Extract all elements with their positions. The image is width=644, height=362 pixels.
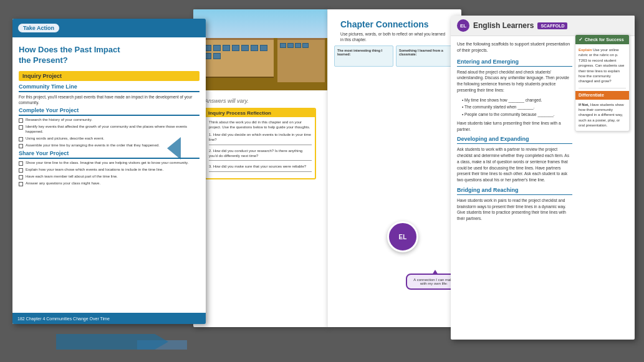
developing-text: Ask students to work with a partner to r… xyxy=(457,146,572,183)
differentiate-header: Differentiate xyxy=(575,91,629,100)
building-photo xyxy=(193,9,327,90)
checkbox-7[interactable] xyxy=(19,175,23,179)
entering-emerging-title: Entering and Emerging xyxy=(457,59,572,67)
take-action-badge: Take Action xyxy=(17,23,60,33)
bullet-2: The community started when _______. xyxy=(462,104,572,110)
right-teacher-page: EL English Learners SCAFFOLD Use the fol… xyxy=(451,16,635,340)
english-learners-title: English Learners xyxy=(473,21,534,30)
page-number: 182 Chapter 4 Communities Change Over Ti… xyxy=(17,317,110,321)
answer-line-2 xyxy=(209,160,312,161)
el-header-bar: EL English Learners SCAFFOLD xyxy=(451,16,635,36)
building-image xyxy=(193,9,327,90)
share-item-3: Have each team member tell about part of… xyxy=(19,174,199,179)
developing-title: Developing and Expanding xyxy=(457,136,572,144)
mid-left-page: Answers will vary. Inquiry Process Refle… xyxy=(193,9,327,327)
entering-text: Read aloud the project checklist and che… xyxy=(457,69,572,93)
community-timeline-text: For this project, you'll research past e… xyxy=(19,94,199,105)
teacher-page-body: Use the following scaffolds to support s… xyxy=(451,36,635,231)
share-item-2: Explain how your team chose which events… xyxy=(19,168,199,173)
inquiry-intro: Think about the work you did in this cha… xyxy=(209,120,312,130)
checkbox-3[interactable] xyxy=(19,137,23,141)
checkbox-8[interactable] xyxy=(19,182,23,186)
check-success-box: ✓ Check for Success Explain Use your onl… xyxy=(575,34,630,131)
chapter-connections-title: Chapter Connections xyxy=(334,14,455,31)
complete-project-title: Complete Your Project xyxy=(19,107,199,116)
check-success-sidebar: ✓ Check for Success Explain Use your onl… xyxy=(579,36,635,231)
question-1: 1. How did you decide on which events to… xyxy=(209,132,312,143)
community-timeline-title: Community Time Line xyxy=(19,83,199,92)
answer-line-3 xyxy=(209,171,312,172)
inquiry-process-title: Inquiry Process Reflection xyxy=(206,109,315,117)
box1-label: The most interesting thing I learned: xyxy=(337,49,390,56)
checkbox-2[interactable] xyxy=(19,125,23,130)
el-icon: EL xyxy=(457,19,469,32)
share-item-1: Show your time line to the class. Imagin… xyxy=(19,161,199,166)
page-container: Take Action How Does the Past Impact the… xyxy=(0,0,644,362)
checkbox-5[interactable] xyxy=(19,161,23,166)
chapter-connections-desc: Use pictures, words, or both to reflect … xyxy=(334,31,455,42)
question-2: 2. How did you conduct your research? Is… xyxy=(209,148,312,159)
checkmark-icon: ✓ xyxy=(579,37,583,42)
connection-box-1: The most interesting thing I learned: xyxy=(334,45,393,67)
bullet-3: People came to the community because ___… xyxy=(462,112,572,118)
complete-item-2: Identify key events that affected the gr… xyxy=(19,125,199,135)
mid-left-content: Answers will vary. Inquiry Process Refle… xyxy=(193,90,327,186)
checkbox-1[interactable] xyxy=(19,118,23,123)
scaffold-badge: SCAFFOLD xyxy=(537,22,567,29)
explain-label: Explain xyxy=(579,48,592,52)
connection-boxes: The most interesting thing I learned: So… xyxy=(334,45,455,67)
left-page-topbar: Take Action xyxy=(12,19,206,37)
bridging-title: Bridging and Reaching xyxy=(457,187,572,195)
box2-label: Something I learned from a classmate: xyxy=(399,49,452,56)
if-not-label: If Not, xyxy=(579,103,589,107)
blue-arrow-bottom xyxy=(56,334,168,350)
page-title: How Does the Past Impact the Present? xyxy=(19,45,199,66)
teacher-main-content: Use the following scaffolds to support s… xyxy=(451,36,579,231)
entering-closing: Have students take turns presenting thei… xyxy=(457,120,572,133)
middle-pages-spread: Answers will vary. Inquiry Process Refle… xyxy=(193,9,461,327)
bullet-1: My time line shows how _______ changed. xyxy=(462,97,572,103)
check-success-header: ✓ Check for Success xyxy=(575,35,629,44)
checkbox-6[interactable] xyxy=(19,168,23,173)
differentiate-box: Differentiate If Not, Have students show… xyxy=(579,88,626,128)
left-page-bottom-bar: 182 Chapter 4 Communities Change Over Ti… xyxy=(12,313,206,324)
teacher-intro: Use the following scaffolds to support s… xyxy=(457,41,572,54)
inquiry-project-header: Inquiry Project xyxy=(19,71,199,81)
question-3: 3. How did you make sure that your sourc… xyxy=(209,164,312,169)
answers-vary: Answers will vary. xyxy=(198,94,322,105)
checkbox-4[interactable] xyxy=(19,144,23,148)
share-item-4: Answer any questions your class might ha… xyxy=(19,181,199,186)
bridging-text: Have students work in pairs to read the … xyxy=(457,198,572,222)
check-success-content: Explain Use your online rubric or the ru… xyxy=(575,44,629,131)
connection-box-2: Something I learned from a classmate: xyxy=(396,45,455,67)
inquiry-process-box: Inquiry Process Reflection Think about t… xyxy=(204,108,316,179)
answer-line-1 xyxy=(209,145,312,145)
complete-item-1: Research the history of your community. xyxy=(19,118,199,123)
chapter-connections-area: Chapter Connections Use pictures, words,… xyxy=(328,9,461,69)
el-circle-decoration: EL xyxy=(387,221,418,252)
left-page-content: How Does the Past Impact the Present? In… xyxy=(12,37,206,193)
mid-right-page: Chapter Connections Use pictures, words,… xyxy=(327,9,461,327)
left-student-page: Take Action How Does the Past Impact the… xyxy=(12,19,206,324)
blue-arrow-left xyxy=(167,137,181,160)
